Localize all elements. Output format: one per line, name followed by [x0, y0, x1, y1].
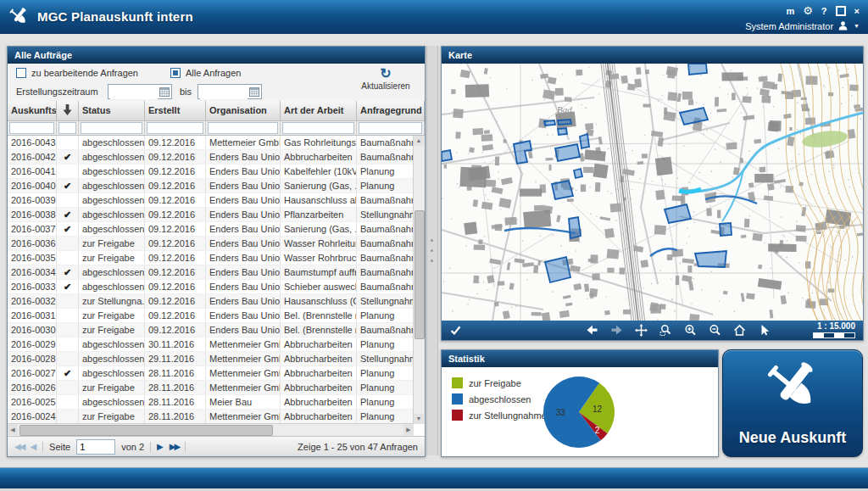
table-row[interactable]: 2016-0035zur Freigabe09.12.2016Enders Ba…	[8, 251, 414, 265]
table-row[interactable]: 2016-0043abgeschlossen09.12.2016Mettemei…	[8, 136, 414, 150]
table-row[interactable]: 2016-0031zur Freigabe09.12.2016Enders Ba…	[8, 309, 414, 323]
settings-gear-icon[interactable]: ⚙	[803, 4, 813, 17]
table-cell: Mettenmeier GmbH	[206, 338, 281, 351]
column-header[interactable]: Erstellt	[145, 101, 206, 121]
table-cell: 2016-0033	[8, 280, 57, 293]
table-row[interactable]: 2016-0032zur Stellungna...09.12.2016Ende…	[8, 294, 414, 309]
prev-page-button[interactable]: ◀	[30, 442, 36, 451]
vertical-scrollbar-thumb[interactable]	[415, 210, 425, 339]
selected-area-polygon[interactable]	[688, 64, 707, 75]
map-canvas[interactable]: Bad	[442, 64, 863, 321]
selected-area-polygon[interactable]	[695, 251, 726, 267]
table-row[interactable]: 2016-0039abgeschlossen09.12.2016Enders B…	[8, 193, 414, 208]
back-icon[interactable]	[586, 324, 598, 337]
horizontal-scrollbar-thumb[interactable]	[19, 425, 273, 436]
pending-requests-checkbox[interactable]	[16, 68, 26, 78]
table-row[interactable]: 2016-0034✔abgeschlossen09.12.2016Enders …	[8, 265, 414, 280]
table-row[interactable]: 2016-0040✔abgeschlossen09.12.2016Enders …	[8, 179, 414, 193]
selected-area-polygon[interactable]	[720, 223, 732, 236]
table-cell: 30.11.2016	[145, 338, 206, 351]
status-pie-chart: 12233	[535, 368, 623, 456]
column-filter-input[interactable]	[357, 121, 425, 136]
selected-area-polygon[interactable]	[544, 120, 555, 126]
home-icon[interactable]	[733, 324, 746, 337]
table-row[interactable]: 2016-0037✔abgeschlossen09.12.2016Enders …	[8, 222, 414, 237]
column-filter-input[interactable]	[145, 121, 206, 136]
selected-area-polygon[interactable]	[558, 120, 571, 125]
pending-requests-checkbox-group[interactable]: zu bearbeitende Anfragen	[16, 68, 138, 78]
statistics-panel: Statistik zur Freigabeabgeschlossenzur S…	[441, 349, 719, 457]
scroll-right-icon[interactable]: ▶	[403, 424, 414, 435]
scroll-up-icon[interactable]: ▲	[414, 136, 424, 146]
selected-area-polygon[interactable]	[552, 181, 573, 199]
table-row[interactable]: 2016-0036zur Freigabe09.12.2016Enders Ba…	[8, 237, 414, 251]
table-cell: Enders Bau Union	[206, 323, 281, 337]
panel-splitter[interactable]	[426, 46, 438, 455]
table-row[interactable]: 2016-0038✔abgeschlossen09.12.2016Enders …	[8, 208, 414, 222]
done-check-cell	[57, 309, 79, 322]
legend-swatch	[452, 377, 463, 388]
date-from-input[interactable]	[110, 87, 158, 99]
maximize-button[interactable]	[836, 6, 846, 16]
horizontal-scrollbar[interactable]: ◀ ▶	[8, 423, 414, 436]
calendar-icon[interactable]	[159, 86, 170, 97]
vertical-scrollbar[interactable]: ▲ ▼	[413, 136, 425, 424]
selected-area-polygon[interactable]	[558, 128, 567, 135]
table-cell: Enders Bau Union	[206, 222, 281, 236]
column-header[interactable]: Art der Arbeit	[281, 101, 357, 121]
table-row[interactable]: 2016-0042✔abgeschlossen09.12.2016Enders …	[8, 150, 414, 165]
column-header[interactable]: Auskunftsnr	[8, 101, 57, 121]
table-row[interactable]: 2016-0029abgeschlossen30.11.2016Mettenme…	[8, 338, 414, 352]
selected-area-polygon[interactable]	[442, 150, 452, 161]
table-row[interactable]: 2016-0030zur Freigabe09.12.2016Enders Ba…	[8, 323, 414, 338]
help-button[interactable]: ?	[821, 6, 827, 16]
new-request-button[interactable]: Neue Auskunft	[722, 349, 863, 457]
titlebar: MGC Planauskunft intern m ⚙ ? × System A…	[0, 0, 868, 35]
calendar-icon[interactable]	[249, 86, 259, 97]
page-input[interactable]	[76, 439, 115, 455]
zoom-in-icon[interactable]	[684, 324, 697, 337]
scroll-left-icon[interactable]: ◀	[8, 424, 18, 435]
selected-area-polygon[interactable]	[580, 134, 589, 148]
close-button[interactable]: ×	[854, 6, 860, 16]
first-page-button[interactable]: ◀◀	[14, 442, 24, 451]
zoom-window-icon[interactable]	[659, 324, 672, 337]
done-check-cell: ✔	[57, 150, 79, 164]
table-row[interactable]: 2016-0028abgeschlossen29.11.2016Mettenme…	[8, 352, 414, 366]
forward-icon[interactable]	[610, 324, 623, 337]
scroll-down-icon[interactable]: ▼	[414, 414, 424, 424]
app-logo-shovel-icon	[8, 6, 30, 28]
confirm-icon[interactable]	[449, 324, 462, 337]
date-to-input[interactable]	[200, 87, 248, 99]
table-cell: 2016-0024	[8, 410, 57, 423]
table-row[interactable]: 2016-0041abgeschlossen09.12.2016Enders B…	[8, 165, 414, 179]
table-cell: Enders Bau Union	[206, 237, 281, 250]
user-menu[interactable]: System Administrator ▼	[745, 20, 860, 31]
zoom-out-icon[interactable]	[709, 324, 721, 337]
column-filter-input[interactable]	[79, 121, 145, 136]
column-filter-input[interactable]	[57, 121, 79, 136]
pan-icon[interactable]	[635, 324, 648, 337]
titlebar-m-button[interactable]: m	[786, 6, 794, 16]
table-row[interactable]: 2016-0033✔abgeschlossen09.12.2016Enders …	[8, 280, 414, 294]
column-header[interactable]: Status	[79, 101, 145, 121]
all-requests-checkbox[interactable]	[170, 68, 181, 78]
next-page-button[interactable]: ▶	[157, 442, 164, 451]
column-filter-input[interactable]	[281, 121, 357, 136]
column-filter-input[interactable]	[206, 121, 281, 136]
table-row[interactable]: 2016-0024zur Freigabe28.11.2016Mettenmei…	[8, 410, 414, 424]
column-filter-input[interactable]	[8, 121, 57, 136]
table-row[interactable]: 2016-0025abgeschlossen28.11.2016Meier Ba…	[8, 395, 414, 410]
pointer-icon[interactable]	[758, 324, 771, 337]
all-requests-checkbox-group[interactable]: Alle Anfragen	[170, 68, 241, 78]
selected-area-polygon[interactable]	[574, 169, 582, 178]
last-page-button[interactable]: ▶▶	[170, 442, 179, 451]
table-row[interactable]: 2016-0026zur Freigabe28.11.2016Mettenmei…	[8, 381, 414, 395]
column-header[interactable]: Organisation	[206, 101, 281, 121]
selected-area-polygon[interactable]	[569, 217, 581, 238]
selected-area-polygon[interactable]	[545, 257, 570, 282]
refresh-button[interactable]: ↻ Aktualisieren	[352, 67, 420, 91]
column-header[interactable]: Anfragegrund	[357, 101, 425, 121]
table-row[interactable]: 2016-0027✔abgeschlossen28.11.2016Mettenm…	[8, 366, 414, 381]
column-header-sort[interactable]	[57, 101, 79, 121]
